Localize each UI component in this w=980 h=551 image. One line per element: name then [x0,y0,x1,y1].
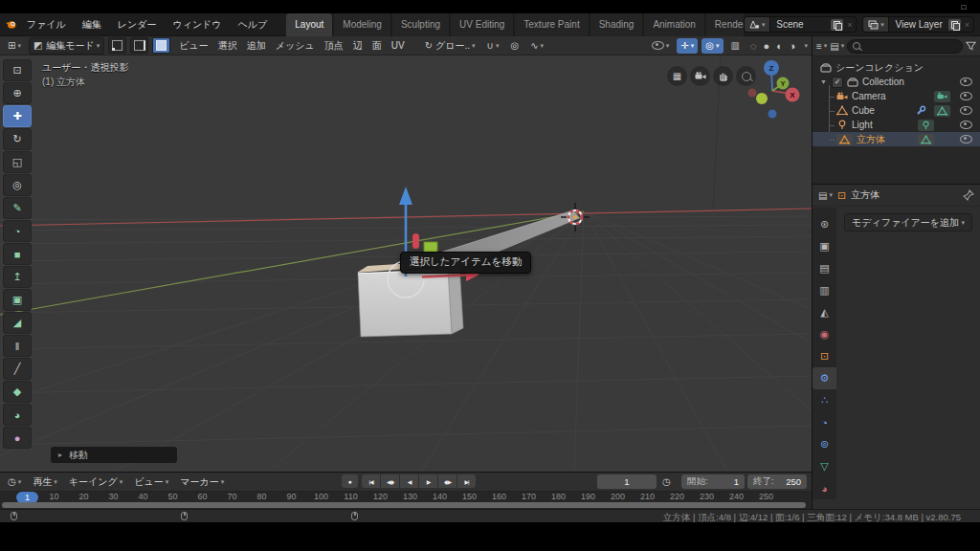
pan-view-button[interactable] [713,66,733,86]
loop-cut-tool-button[interactable]: ‖ [3,335,32,357]
cube-row[interactable]: Cube [813,103,980,118]
play-reverse-button[interactable]: ◀ [400,474,418,488]
new-scene-button[interactable] [831,19,843,31]
viewport-menu[interactable]: 頂点 [320,39,348,53]
topbar-menu[interactable]: レンダー [118,18,157,32]
prev-keyframe-button[interactable]: ◀◆ [381,474,399,488]
hide-toggle-eye-icon[interactable] [960,92,972,100]
pin-icon[interactable] [963,189,974,201]
shading-wireframe-button[interactable]: ◌ [747,38,760,54]
vertex-select-button[interactable] [108,37,126,54]
perspective-toggle-button[interactable]: ▦ [667,66,687,86]
gizmos-toggle-button[interactable]: ✛ [677,38,698,54]
inset-faces-tool-button[interactable]: ▣ [3,289,32,311]
modifier-wrench-icon[interactable] [915,105,926,116]
topbar-menu[interactable]: ウィンドウ [172,18,221,32]
mesh-data-icon[interactable] [918,134,934,145]
mesh-data-icon[interactable] [934,105,950,117]
viewport-menu[interactable]: メッシュ [271,39,320,53]
poly-build-tool-button[interactable]: ◆ [3,381,32,403]
unlink-scene-icon[interactable]: × [847,20,852,30]
bevel-tool-button[interactable]: ◢ [3,312,32,334]
timeline-scrollbar[interactable] [2,502,806,508]
smooth-tool-button[interactable]: ● [3,427,32,449]
use-preview-range-button[interactable]: ◷ [662,474,671,489]
topbar-menu[interactable]: 編集 [82,18,101,32]
light-data-icon[interactable] [918,120,934,131]
view-layer-name[interactable]: View Layer [889,19,947,30]
current-frame-field[interactable]: 1 [597,474,657,489]
scene-name[interactable]: Scene [770,19,831,30]
proportional-edit-button[interactable]: ◎ [506,38,523,54]
editor-type-button[interactable]: ≡ [816,41,827,52]
workspace-tab-shading[interactable]: Shading [590,13,644,36]
annotate-tool-button[interactable]: ✎ [3,197,32,219]
viewport-menu[interactable]: 面 [368,39,387,53]
blender-logo-icon[interactable] [6,18,17,31]
face-select-button[interactable] [152,37,170,54]
axis-navigation-gizmo[interactable]: Z X Y [739,55,808,121]
hide-toggle-eye-icon[interactable] [960,121,972,129]
tab-material[interactable]: ◕ [813,477,836,499]
topbar-menu[interactable]: ファイル [27,18,66,32]
proportional-falloff-dropdown[interactable]: ∿ [526,38,547,54]
viewport-menu[interactable]: ビュー [174,39,212,53]
workspace-tab-modeling[interactable]: Modeling [334,13,391,36]
tab-render[interactable]: ▣ [813,235,836,257]
keying-menu[interactable]: キーイング [63,475,128,489]
edge-select-button[interactable] [130,37,148,54]
workspace-tab-uv-editing[interactable]: UV Editing [451,13,514,36]
transform-tool-button[interactable]: ◎ [3,174,32,196]
tab-object-data[interactable]: ▽ [813,455,836,477]
tab-constraints[interactable]: ⊚ [813,433,836,455]
workspace-tab-sculpting[interactable]: Sculpting [392,13,450,36]
viewport-menu[interactable]: 辺 [348,39,368,53]
viewport-menu[interactable]: 選択 [213,39,242,53]
visibility-filter-dropdown[interactable] [648,38,674,54]
editor-type-button[interactable]: ◷ [4,476,25,487]
view-menu[interactable]: ビュー [128,475,174,489]
shading-rendered-button[interactable]: ◑ [787,38,799,54]
frame-ruler[interactable]: 1020304050607080901001101201301401501601… [39,492,781,501]
next-keyframe-button[interactable]: ◆▶ [438,474,457,488]
active-object-row[interactable]: 立方体 [813,132,980,146]
tab-object[interactable]: ⊡ [813,345,836,367]
overlays-toggle-button[interactable]: ◎ [702,38,723,54]
marker-menu[interactable]: マーカー [174,475,230,489]
maximize-button[interactable]: □ [947,0,980,13]
camera-view-button[interactable] [690,66,710,86]
gizmo-plane-handle-x[interactable] [412,233,419,249]
workspace-tab-texture-paint[interactable]: Texture Paint [515,13,589,36]
tab-physics[interactable]: ◔ [813,411,836,433]
jump-start-button[interactable]: |◀ [362,474,380,488]
hide-toggle-eye-icon[interactable] [960,77,972,86]
topbar-menu[interactable]: ヘルプ [238,18,268,32]
add-cube-tool-button[interactable]: ■ [3,243,32,265]
filter-icon[interactable] [966,41,976,51]
add-modifier-dropdown[interactable]: モディファイアーを追加 [844,213,972,231]
remove-view-layer-icon[interactable]: × [965,20,969,30]
shading-material-button[interactable]: ◐ [773,38,786,54]
axis-neg-z-ball[interactable] [768,110,777,119]
editor-type-button[interactable]: ⊞ [4,38,25,54]
frame-start-field[interactable]: 開始:1 [681,474,745,489]
tab-scene[interactable]: ◭ [813,301,836,323]
viewport-menu[interactable]: 追加 [242,39,271,53]
view-layer-browse-button[interactable] [863,17,889,32]
viewport-menu[interactable]: UV [387,40,410,51]
cursor-tool-button[interactable]: ⊕ [3,82,32,104]
editor-type-button[interactable]: ▤ [818,190,833,201]
spin-tool-button[interactable]: ◕ [3,404,32,426]
tab-tool[interactable]: ⊛ [813,213,836,235]
light-row[interactable]: Light [813,118,980,132]
knife-tool-button[interactable]: ╱ [3,358,32,380]
measure-tool-button[interactable]: ◔ [3,220,32,242]
collection-row[interactable]: ▼ ✓ Collection [813,75,980,89]
operator-panel[interactable]: ▸ 移動 [51,447,177,463]
axis-neg-x-ball[interactable] [748,89,757,98]
workspace-tab-animation[interactable]: Animation [644,13,704,36]
scene-browse-button[interactable] [745,17,770,32]
axis-neg-y-ball[interactable] [756,93,768,104]
collection-checkbox[interactable]: ✓ [832,77,843,88]
jump-end-button[interactable]: ▶| [457,474,476,488]
